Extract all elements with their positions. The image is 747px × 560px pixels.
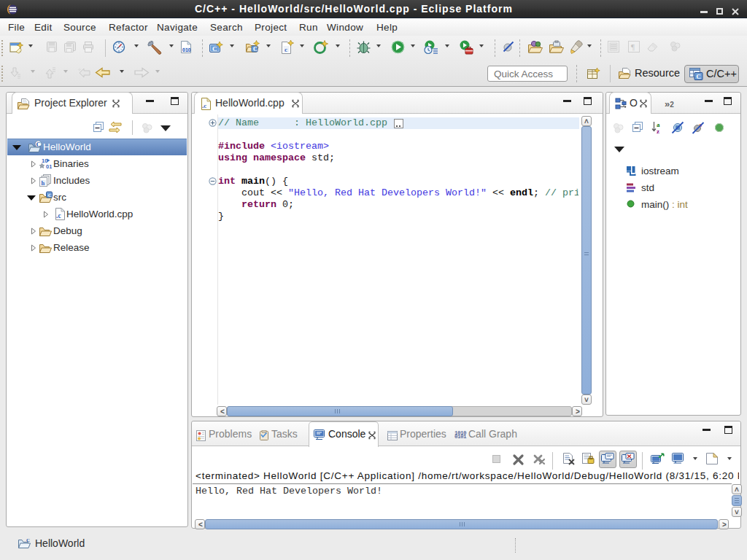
svg-text:010: 010 — [182, 47, 191, 52]
svg-text:.c: .c — [202, 102, 206, 109]
svg-text:z: z — [657, 128, 659, 134]
svg-text:h: h — [42, 179, 45, 187]
svg-text:C: C — [697, 73, 701, 80]
svg-text:01: 01 — [46, 163, 52, 170]
svg-text:C: C — [26, 537, 30, 543]
svg-text:¶: ¶ — [631, 42, 635, 51]
svg-text:C: C — [48, 192, 52, 198]
svg-text:C: C — [36, 141, 42, 148]
svg-text:C: C — [253, 46, 258, 52]
svg-text:c: c — [285, 46, 287, 53]
svg-text:C: C — [212, 45, 217, 52]
svg-text:.c: .c — [56, 212, 61, 219]
